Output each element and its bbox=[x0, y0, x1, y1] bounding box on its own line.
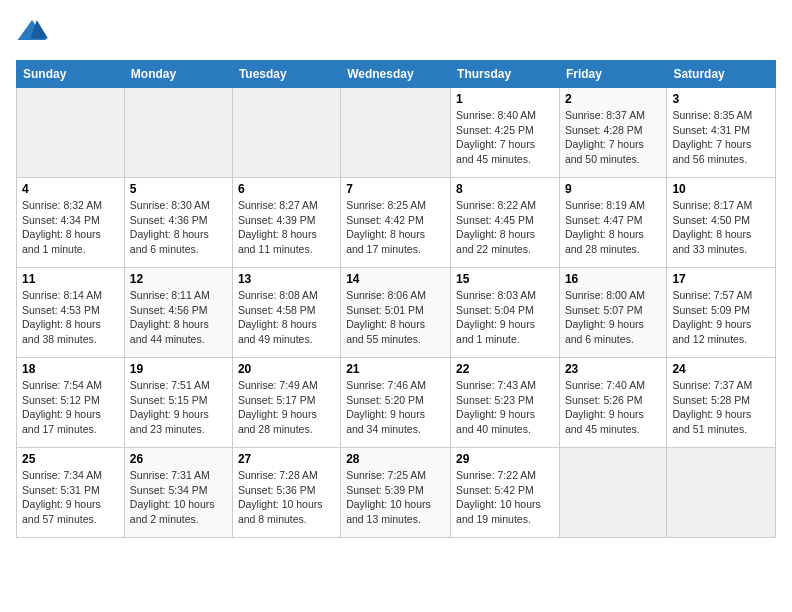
day-number: 10 bbox=[672, 182, 770, 196]
day-number: 5 bbox=[130, 182, 227, 196]
day-number: 16 bbox=[565, 272, 661, 286]
day-info: Sunrise: 8:30 AM Sunset: 4:36 PM Dayligh… bbox=[130, 198, 227, 257]
day-info: Sunrise: 7:40 AM Sunset: 5:26 PM Dayligh… bbox=[565, 378, 661, 437]
calendar-cell bbox=[667, 448, 776, 538]
calendar-cell: 11Sunrise: 8:14 AM Sunset: 4:53 PM Dayli… bbox=[17, 268, 125, 358]
logo bbox=[16, 16, 52, 48]
calendar-week-1: 1Sunrise: 8:40 AM Sunset: 4:25 PM Daylig… bbox=[17, 88, 776, 178]
calendar-cell: 6Sunrise: 8:27 AM Sunset: 4:39 PM Daylig… bbox=[232, 178, 340, 268]
day-info: Sunrise: 8:25 AM Sunset: 4:42 PM Dayligh… bbox=[346, 198, 445, 257]
calendar-cell bbox=[17, 88, 125, 178]
day-number: 25 bbox=[22, 452, 119, 466]
page-header bbox=[16, 16, 776, 48]
day-info: Sunrise: 8:14 AM Sunset: 4:53 PM Dayligh… bbox=[22, 288, 119, 347]
day-number: 28 bbox=[346, 452, 445, 466]
weekday-header-monday: Monday bbox=[124, 61, 232, 88]
calendar-cell: 9Sunrise: 8:19 AM Sunset: 4:47 PM Daylig… bbox=[559, 178, 666, 268]
day-info: Sunrise: 8:06 AM Sunset: 5:01 PM Dayligh… bbox=[346, 288, 445, 347]
calendar-table: SundayMondayTuesdayWednesdayThursdayFrid… bbox=[16, 60, 776, 538]
calendar-body: 1Sunrise: 8:40 AM Sunset: 4:25 PM Daylig… bbox=[17, 88, 776, 538]
day-number: 8 bbox=[456, 182, 554, 196]
day-number: 3 bbox=[672, 92, 770, 106]
day-info: Sunrise: 8:08 AM Sunset: 4:58 PM Dayligh… bbox=[238, 288, 335, 347]
day-number: 22 bbox=[456, 362, 554, 376]
logo-icon bbox=[16, 16, 48, 48]
day-number: 17 bbox=[672, 272, 770, 286]
calendar-cell: 1Sunrise: 8:40 AM Sunset: 4:25 PM Daylig… bbox=[451, 88, 560, 178]
calendar-cell: 20Sunrise: 7:49 AM Sunset: 5:17 PM Dayli… bbox=[232, 358, 340, 448]
day-info: Sunrise: 8:27 AM Sunset: 4:39 PM Dayligh… bbox=[238, 198, 335, 257]
header-row: SundayMondayTuesdayWednesdayThursdayFrid… bbox=[17, 61, 776, 88]
day-number: 6 bbox=[238, 182, 335, 196]
day-number: 13 bbox=[238, 272, 335, 286]
day-number: 2 bbox=[565, 92, 661, 106]
calendar-cell: 12Sunrise: 8:11 AM Sunset: 4:56 PM Dayli… bbox=[124, 268, 232, 358]
calendar-cell: 5Sunrise: 8:30 AM Sunset: 4:36 PM Daylig… bbox=[124, 178, 232, 268]
day-number: 4 bbox=[22, 182, 119, 196]
calendar-cell: 29Sunrise: 7:22 AM Sunset: 5:42 PM Dayli… bbox=[451, 448, 560, 538]
day-info: Sunrise: 8:35 AM Sunset: 4:31 PM Dayligh… bbox=[672, 108, 770, 167]
day-number: 23 bbox=[565, 362, 661, 376]
calendar-cell: 10Sunrise: 8:17 AM Sunset: 4:50 PM Dayli… bbox=[667, 178, 776, 268]
weekday-header-wednesday: Wednesday bbox=[341, 61, 451, 88]
calendar-cell: 24Sunrise: 7:37 AM Sunset: 5:28 PM Dayli… bbox=[667, 358, 776, 448]
day-info: Sunrise: 8:40 AM Sunset: 4:25 PM Dayligh… bbox=[456, 108, 554, 167]
day-info: Sunrise: 7:54 AM Sunset: 5:12 PM Dayligh… bbox=[22, 378, 119, 437]
calendar-cell: 4Sunrise: 8:32 AM Sunset: 4:34 PM Daylig… bbox=[17, 178, 125, 268]
day-info: Sunrise: 7:22 AM Sunset: 5:42 PM Dayligh… bbox=[456, 468, 554, 527]
calendar-cell: 7Sunrise: 8:25 AM Sunset: 4:42 PM Daylig… bbox=[341, 178, 451, 268]
calendar-cell: 17Sunrise: 7:57 AM Sunset: 5:09 PM Dayli… bbox=[667, 268, 776, 358]
day-info: Sunrise: 8:17 AM Sunset: 4:50 PM Dayligh… bbox=[672, 198, 770, 257]
day-info: Sunrise: 8:32 AM Sunset: 4:34 PM Dayligh… bbox=[22, 198, 119, 257]
day-info: Sunrise: 7:57 AM Sunset: 5:09 PM Dayligh… bbox=[672, 288, 770, 347]
weekday-header-saturday: Saturday bbox=[667, 61, 776, 88]
calendar-cell: 13Sunrise: 8:08 AM Sunset: 4:58 PM Dayli… bbox=[232, 268, 340, 358]
calendar-cell: 14Sunrise: 8:06 AM Sunset: 5:01 PM Dayli… bbox=[341, 268, 451, 358]
calendar-cell: 22Sunrise: 7:43 AM Sunset: 5:23 PM Dayli… bbox=[451, 358, 560, 448]
day-number: 27 bbox=[238, 452, 335, 466]
day-info: Sunrise: 8:19 AM Sunset: 4:47 PM Dayligh… bbox=[565, 198, 661, 257]
calendar-header: SundayMondayTuesdayWednesdayThursdayFrid… bbox=[17, 61, 776, 88]
calendar-cell bbox=[559, 448, 666, 538]
weekday-header-friday: Friday bbox=[559, 61, 666, 88]
day-number: 29 bbox=[456, 452, 554, 466]
day-number: 12 bbox=[130, 272, 227, 286]
calendar-cell: 19Sunrise: 7:51 AM Sunset: 5:15 PM Dayli… bbox=[124, 358, 232, 448]
day-info: Sunrise: 7:46 AM Sunset: 5:20 PM Dayligh… bbox=[346, 378, 445, 437]
day-number: 15 bbox=[456, 272, 554, 286]
calendar-cell: 28Sunrise: 7:25 AM Sunset: 5:39 PM Dayli… bbox=[341, 448, 451, 538]
day-number: 11 bbox=[22, 272, 119, 286]
day-info: Sunrise: 7:25 AM Sunset: 5:39 PM Dayligh… bbox=[346, 468, 445, 527]
day-info: Sunrise: 7:49 AM Sunset: 5:17 PM Dayligh… bbox=[238, 378, 335, 437]
day-info: Sunrise: 7:34 AM Sunset: 5:31 PM Dayligh… bbox=[22, 468, 119, 527]
day-info: Sunrise: 7:51 AM Sunset: 5:15 PM Dayligh… bbox=[130, 378, 227, 437]
calendar-cell: 3Sunrise: 8:35 AM Sunset: 4:31 PM Daylig… bbox=[667, 88, 776, 178]
calendar-week-3: 11Sunrise: 8:14 AM Sunset: 4:53 PM Dayli… bbox=[17, 268, 776, 358]
day-number: 24 bbox=[672, 362, 770, 376]
day-number: 14 bbox=[346, 272, 445, 286]
day-number: 18 bbox=[22, 362, 119, 376]
day-info: Sunrise: 7:37 AM Sunset: 5:28 PM Dayligh… bbox=[672, 378, 770, 437]
calendar-week-4: 18Sunrise: 7:54 AM Sunset: 5:12 PM Dayli… bbox=[17, 358, 776, 448]
weekday-header-sunday: Sunday bbox=[17, 61, 125, 88]
day-info: Sunrise: 7:31 AM Sunset: 5:34 PM Dayligh… bbox=[130, 468, 227, 527]
calendar-cell: 18Sunrise: 7:54 AM Sunset: 5:12 PM Dayli… bbox=[17, 358, 125, 448]
day-info: Sunrise: 7:43 AM Sunset: 5:23 PM Dayligh… bbox=[456, 378, 554, 437]
day-number: 19 bbox=[130, 362, 227, 376]
calendar-cell: 8Sunrise: 8:22 AM Sunset: 4:45 PM Daylig… bbox=[451, 178, 560, 268]
day-info: Sunrise: 8:37 AM Sunset: 4:28 PM Dayligh… bbox=[565, 108, 661, 167]
calendar-cell bbox=[232, 88, 340, 178]
calendar-cell: 26Sunrise: 7:31 AM Sunset: 5:34 PM Dayli… bbox=[124, 448, 232, 538]
weekday-header-tuesday: Tuesday bbox=[232, 61, 340, 88]
day-number: 1 bbox=[456, 92, 554, 106]
day-info: Sunrise: 8:00 AM Sunset: 5:07 PM Dayligh… bbox=[565, 288, 661, 347]
day-number: 7 bbox=[346, 182, 445, 196]
calendar-cell: 23Sunrise: 7:40 AM Sunset: 5:26 PM Dayli… bbox=[559, 358, 666, 448]
calendar-cell: 21Sunrise: 7:46 AM Sunset: 5:20 PM Dayli… bbox=[341, 358, 451, 448]
weekday-header-thursday: Thursday bbox=[451, 61, 560, 88]
day-number: 21 bbox=[346, 362, 445, 376]
day-number: 9 bbox=[565, 182, 661, 196]
day-info: Sunrise: 7:28 AM Sunset: 5:36 PM Dayligh… bbox=[238, 468, 335, 527]
calendar-cell: 27Sunrise: 7:28 AM Sunset: 5:36 PM Dayli… bbox=[232, 448, 340, 538]
calendar-cell bbox=[341, 88, 451, 178]
